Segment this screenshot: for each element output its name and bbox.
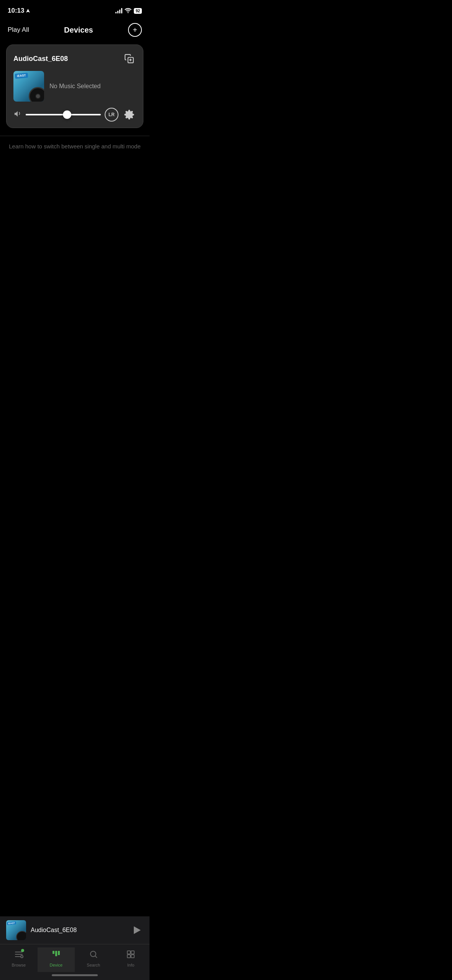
album-art[interactable]: iEAST — [13, 71, 44, 102]
device-icon — [51, 950, 61, 961]
mini-player-bar[interactable]: iEAST AudioCast_6E08 — [0, 916, 150, 944]
vinyl-icon — [29, 87, 44, 102]
info-icon — [126, 950, 135, 961]
svg-rect-15 — [127, 955, 130, 958]
volume-controls-right: LR — [105, 108, 136, 122]
gear-icon — [124, 109, 135, 120]
tab-info[interactable]: Info — [112, 947, 150, 972]
device-name: AudioCast_6E08 — [13, 55, 68, 63]
search-icon — [89, 950, 98, 961]
lr-channel-button[interactable]: LR — [105, 108, 118, 122]
svg-point-0 — [127, 12, 128, 13]
svg-line-12 — [95, 956, 97, 958]
wifi-icon — [125, 8, 131, 14]
mini-album-art[interactable]: iEAST — [6, 920, 26, 940]
battery-icon: 92 — [134, 8, 142, 14]
svg-rect-14 — [131, 951, 134, 954]
tab-browse-label: Browse — [12, 963, 26, 967]
location-icon — [26, 8, 30, 13]
signal-icon — [115, 8, 122, 13]
browse-notification-dot — [21, 949, 24, 952]
device-add-to-group-button[interactable] — [122, 52, 136, 66]
svg-point-11 — [90, 951, 96, 957]
device-card-header: AudioCast_6E08 — [13, 52, 136, 66]
tab-browse[interactable]: Browse — [0, 947, 38, 972]
device-info-row: iEAST No Music Selected — [13, 71, 136, 102]
hint-text: Learn how to switch between single and m… — [0, 136, 150, 156]
svg-rect-16 — [131, 955, 134, 958]
svg-rect-10 — [58, 951, 60, 955]
volume-icon — [13, 110, 22, 119]
status-indicators: 92 — [115, 8, 142, 14]
home-bar — [52, 974, 98, 976]
main-content-area — [0, 156, 150, 386]
mini-vinyl-icon — [16, 931, 26, 940]
mini-player[interactable]: iEAST AudioCast_6E08 Browse — [0, 916, 150, 980]
device-settings-button[interactable] — [122, 108, 136, 122]
play-all-button[interactable]: Play All — [8, 26, 29, 34]
header: Play All Devices + — [0, 19, 150, 43]
play-triangle-icon — [134, 926, 141, 934]
volume-slider[interactable] — [26, 114, 101, 115]
svg-rect-13 — [127, 951, 130, 954]
page-title: Devices — [64, 26, 93, 35]
add-device-button[interactable]: + — [128, 23, 142, 37]
svg-rect-8 — [53, 951, 54, 954]
device-card: AudioCast_6E08 iEAST No Music Selected — [6, 44, 143, 128]
mini-play-button[interactable] — [130, 923, 143, 937]
tab-bar: Browse Device Search — [0, 944, 150, 972]
svg-point-7 — [21, 955, 23, 958]
mini-ieast-label: iEAST — [7, 921, 16, 925]
tab-info-label: Info — [127, 963, 134, 967]
home-indicator — [0, 972, 150, 980]
tab-device[interactable]: Device — [38, 947, 75, 972]
copy-add-icon — [124, 54, 134, 64]
status-time: 10:13 — [8, 7, 30, 15]
mini-player-device-name: AudioCast_6E08 — [31, 927, 125, 934]
volume-row: LR — [13, 108, 136, 122]
svg-rect-9 — [55, 951, 57, 956]
now-playing-text: No Music Selected — [49, 83, 100, 90]
tab-search-label: Search — [87, 963, 100, 967]
plus-icon: + — [133, 26, 137, 35]
status-bar: 10:13 92 — [0, 0, 150, 19]
tab-search[interactable]: Search — [75, 947, 112, 972]
tab-device-label: Device — [49, 963, 62, 967]
ieast-brand-label: iEAST — [15, 73, 28, 79]
